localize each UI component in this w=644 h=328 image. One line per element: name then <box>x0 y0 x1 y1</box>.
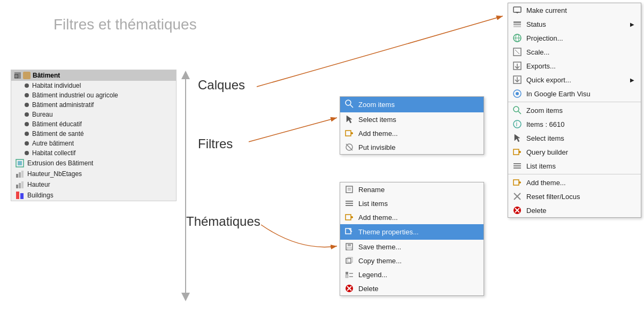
menu-item-label: Legend... <box>358 271 387 279</box>
main-select-items[interactable]: Select items <box>508 131 641 145</box>
chart-icon <box>16 170 24 178</box>
main-delete[interactable]: Delete <box>508 203 641 217</box>
main-quick-export[interactable]: Quick export... <box>508 73 641 87</box>
menu-item-label: Zoom items <box>358 101 395 109</box>
list-item[interactable]: Hauteur_NbEtages <box>11 169 176 179</box>
thema-add-theme[interactable]: Add theme... <box>340 210 484 224</box>
expand-icon[interactable]: □ <box>14 72 21 79</box>
item-label: Bâtiment de santé <box>32 130 84 138</box>
layer-panel: □ Bâtiment Habitat individuel Bâtiment i… <box>11 70 177 201</box>
svg-rect-45 <box>513 24 521 25</box>
main-add-theme[interactable]: Add theme... <box>508 176 641 189</box>
earth-icon <box>512 89 522 98</box>
bullet-icon <box>25 83 29 88</box>
chart-icon <box>16 180 24 189</box>
item-label: Bâtiment administratif <box>32 101 94 109</box>
filter-add-theme[interactable]: Add theme... <box>340 126 484 140</box>
thema-theme-props[interactable]: Theme properties... <box>340 224 484 240</box>
layer-type-icon <box>23 72 30 79</box>
item-label: Hauteur <box>27 181 50 188</box>
filter-zoom-items[interactable]: Zoom items <box>340 97 484 112</box>
menu-item-label: Select items <box>526 134 564 142</box>
svg-text:i: i <box>516 120 518 128</box>
main-items-count[interactable]: i Items : 6610 <box>508 117 641 131</box>
invisible-icon <box>344 142 354 152</box>
main-scale[interactable]: Scale... <box>508 45 641 59</box>
bullet-icon <box>25 103 29 107</box>
main-zoom-items[interactable]: Zoom items <box>508 103 641 117</box>
cursor-icon <box>344 115 354 124</box>
list-item[interactable]: Bureau <box>11 110 176 119</box>
separator2 <box>508 174 641 174</box>
thema-rename[interactable]: Rename <box>340 182 484 196</box>
list-item[interactable]: Extrusion des Bâtiment <box>11 158 176 169</box>
svg-line-51 <box>515 50 519 54</box>
exports-icon <box>512 61 522 71</box>
main-exports[interactable]: Exports... <box>508 59 641 73</box>
item-label: Habitat collectif <box>32 149 75 157</box>
list-item[interactable]: Hauteur <box>11 179 176 190</box>
quick-export-icon <box>512 75 522 85</box>
thema-list-items[interactable]: List items <box>340 196 484 210</box>
monitor-icon <box>512 5 522 15</box>
svg-rect-1 <box>18 161 22 165</box>
svg-rect-46 <box>513 26 521 27</box>
thema-save-theme[interactable]: Save theme... <box>340 240 484 254</box>
svg-point-58 <box>513 106 519 112</box>
globe-icon <box>512 33 522 43</box>
layer-name: Bâtiment <box>33 72 60 79</box>
item-label: Bâtiment industriel ou agricole <box>32 91 118 99</box>
svg-rect-7 <box>21 181 24 188</box>
menu-item-label: Save theme... <box>358 243 401 251</box>
menu-item-label: List items <box>526 162 556 170</box>
filter-select-items[interactable]: Select items <box>340 112 484 126</box>
item-label: Hauteur_NbEtages <box>27 170 82 178</box>
main-google-earth[interactable]: In Google Earth Visu <box>508 87 641 101</box>
copy-icon <box>344 256 354 265</box>
svg-line-12 <box>350 105 353 108</box>
qb-icon <box>512 147 522 157</box>
main-query-builder[interactable]: Query builder <box>508 145 641 159</box>
filter-put-invisible[interactable]: Put invisible <box>340 140 484 154</box>
svg-rect-32 <box>346 258 351 263</box>
svg-rect-68 <box>513 180 519 185</box>
list-item[interactable]: Buildings <box>11 190 176 201</box>
bullet-icon <box>25 122 29 126</box>
main-list-items[interactable]: List items <box>508 159 641 173</box>
list-item[interactable]: Habitat individuel <box>11 81 176 90</box>
menu-item-label: Query builder <box>526 148 568 156</box>
svg-rect-3 <box>19 172 21 178</box>
list-item[interactable]: Autre bâtiment <box>11 139 176 148</box>
delete-icon <box>512 205 522 215</box>
menu-item-label: Items : 6610 <box>526 120 565 128</box>
list-item[interactable]: Habitat collectif <box>11 148 176 158</box>
menu-item-label: Reset filter/Locus <box>526 193 580 201</box>
label-filtres: Filtres <box>198 136 233 151</box>
svg-rect-44 <box>513 21 521 23</box>
svg-rect-36 <box>346 275 348 278</box>
list-item[interactable]: Bâtiment de santé <box>11 129 176 139</box>
delete-icon <box>344 284 354 293</box>
thema-copy-theme[interactable]: Copy theme... <box>340 254 484 268</box>
menu-item-label: Add theme... <box>526 179 566 187</box>
theme-add-icon <box>344 212 354 222</box>
legend-icon <box>344 270 354 279</box>
list-item[interactable]: Bâtiment administratif <box>11 100 176 110</box>
svg-rect-5 <box>16 185 18 188</box>
main-reset-filter[interactable]: Reset filter/Locus <box>508 189 641 203</box>
main-status[interactable]: Status <box>508 17 641 31</box>
list-item[interactable]: Bâtiment industriel ou agricole <box>11 90 176 100</box>
thema-delete[interactable]: Delete <box>340 281 484 295</box>
main-projection[interactable]: Projection... <box>508 31 641 45</box>
reset-icon <box>512 192 522 201</box>
menu-item-label: Theme properties... <box>358 228 419 236</box>
menu-item-label: Add theme... <box>358 129 398 138</box>
list-item[interactable]: Bâtiment éducatif <box>11 119 176 129</box>
svg-line-28 <box>349 228 352 232</box>
bullet-icon <box>25 93 29 97</box>
item-label: Habitat individuel <box>32 82 81 89</box>
main-make-current[interactable]: Make current <box>508 3 641 17</box>
filter-context-menu: Zoom items Select items Add theme... Put… <box>340 96 484 155</box>
svg-rect-24 <box>346 215 351 220</box>
thema-legend[interactable]: Legend... <box>340 268 484 281</box>
